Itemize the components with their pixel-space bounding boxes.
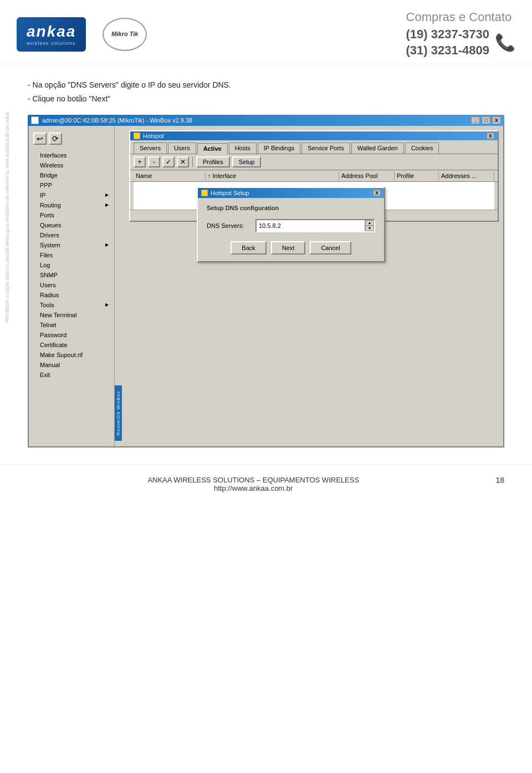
winbox-controls[interactable]: _ □ X: [471, 116, 501, 124]
profiles-button[interactable]: Profiles: [196, 156, 230, 167]
maximize-button[interactable]: □: [482, 116, 490, 124]
sidebar-item-users[interactable]: Users: [29, 280, 114, 290]
sidebar-item-routing[interactable]: Routing ▶: [29, 200, 114, 210]
col-name: Name: [134, 171, 206, 180]
hotspot-close-button[interactable]: X: [487, 133, 494, 139]
sidebar-item-snmp[interactable]: SNMP: [29, 270, 114, 280]
tab-servers[interactable]: Servers: [134, 143, 167, 154]
sidebar-item-ppp[interactable]: PPP: [29, 180, 114, 190]
winbox-icon: [31, 116, 39, 124]
routing-arrow-icon: ▶: [105, 202, 109, 207]
tools-arrow-icon: ▶: [105, 302, 109, 307]
sidebar-item-ip[interactable]: IP ▶: [29, 190, 114, 200]
dns-servers-field: DNS Servers: ▲ ▼: [207, 219, 375, 232]
winbox-titlebar: admin@00:0C:42:0B:58:25 (MikroTik) - Win…: [28, 115, 504, 126]
forward-button[interactable]: ⟳: [49, 133, 62, 145]
hotspot-setup-dialog: Hotspot Setup X Setup DNS configuration …: [197, 187, 385, 262]
sidebar-item-queues[interactable]: Queues: [29, 220, 114, 230]
sidebar-item-bridge[interactable]: Bridge: [29, 170, 114, 180]
dialog-close-button[interactable]: X: [373, 190, 381, 196]
sidebar-item-log[interactable]: Log: [29, 260, 114, 270]
tab-service-ports[interactable]: Service Ports: [301, 143, 350, 154]
col-address-pool: Address Pool: [339, 171, 395, 180]
dns-servers-input[interactable]: [257, 221, 365, 230]
sidebar-toolbar: ↩ ⟳: [29, 130, 114, 147]
page-header: ankaa wireless solutions Mikro Tik Compr…: [0, 0, 532, 64]
dialog-icon: [201, 190, 208, 196]
tab-active[interactable]: Active: [197, 143, 228, 154]
winbox-container: admin@00:0C:42:0B:58:25 (MikroTik) - Win…: [28, 115, 504, 447]
dialog-titlebar: Hotspot Setup X: [198, 188, 384, 198]
mikrotik-logo: Mikro Tik: [103, 18, 147, 51]
sidebar-wrapper: ↩ ⟳ Interfaces Wireless Bridge PPP IP: [29, 126, 125, 446]
add-button[interactable]: +: [134, 156, 146, 167]
col-profile: Profile: [395, 171, 439, 180]
page-footer: 18 ANKAA WIRELESS SOLUTIONS – EQUIPAMENT…: [0, 464, 532, 504]
sidebar-item-telnet[interactable]: Telnet: [29, 320, 114, 330]
dns-spinner: ▲ ▼: [365, 220, 374, 231]
sidebar-item-files[interactable]: Files: [29, 250, 114, 260]
setup-button[interactable]: Setup: [232, 156, 262, 167]
ip-arrow-icon: ▶: [105, 192, 109, 197]
spinner-up-button[interactable]: ▲: [365, 220, 374, 226]
hotspot-toolbar: + - ✓ ✕ Profiles Se: [130, 154, 498, 170]
hotspot-icon: [134, 133, 140, 139]
dialog-buttons: Back Next Cancel: [207, 241, 375, 255]
dialog-body: Setup DNS configuration DNS Servers: ▲ ▼: [198, 198, 384, 261]
contact-area: Compras e Contato (19) 3237-3730 (31) 32…: [406, 10, 515, 58]
watermark-text: PROIBIDA a cópia total ou parcial deste …: [4, 111, 11, 323]
tab-ip-bindings[interactable]: IP Bindings: [258, 143, 300, 154]
close-button[interactable]: X: [492, 116, 501, 124]
cancel-button[interactable]: Cancel: [310, 241, 351, 255]
sidebar-item-radius[interactable]: Radius: [29, 290, 114, 300]
hotspot-titlebar: Hotspot X: [130, 131, 498, 140]
table-header: Name ↑ Interface Address Pool Profile Ad…: [130, 170, 498, 182]
back-button[interactable]: ↩: [33, 133, 47, 145]
ankaa-logo-box: ankaa wireless solutions: [17, 17, 86, 52]
instructions-block: - Na opção "DNS Servers" digite o IP do …: [0, 64, 532, 114]
sidebar-item-exit[interactable]: Exit: [29, 370, 114, 380]
tab-users[interactable]: Users: [168, 143, 196, 154]
minimize-button[interactable]: _: [471, 116, 480, 124]
col-interface: ↑ Interface: [206, 171, 339, 180]
back-button[interactable]: Back: [231, 241, 266, 255]
sidebar-item-ports[interactable]: Ports: [29, 210, 114, 220]
sidebar: ↩ ⟳ Interfaces Wireless Bridge PPP IP: [29, 126, 115, 446]
sidebar-item-tools[interactable]: Tools ▶: [29, 300, 114, 310]
system-arrow-icon: ▶: [105, 242, 109, 247]
hotspot-tabs: Servers Users Active Hosts IP Bindings: [130, 140, 498, 154]
spinner-down-button[interactable]: ▼: [365, 226, 374, 231]
cross-button[interactable]: ✕: [177, 156, 189, 167]
sidebar-item-new-terminal[interactable]: New Terminal: [29, 310, 114, 320]
tab-cookies[interactable]: Cookies: [405, 143, 439, 154]
sidebar-item-certificate[interactable]: Certificate: [29, 340, 114, 350]
sidebar-item-system[interactable]: System ▶: [29, 240, 114, 250]
check-button[interactable]: ✓: [162, 156, 175, 167]
sidebar-item-interfaces[interactable]: Interfaces: [29, 150, 114, 160]
next-button[interactable]: Next: [271, 241, 306, 255]
routeros-label: RouterOS WinBox: [115, 385, 122, 441]
sidebar-item-manual[interactable]: Manual: [29, 360, 114, 370]
tab-hosts[interactable]: Hosts: [229, 143, 257, 154]
remove-button[interactable]: -: [148, 156, 160, 167]
winbox-body: ↩ ⟳ Interfaces Wireless Bridge PPP IP: [28, 126, 504, 447]
tab-walled-garden[interactable]: Walled Garden: [351, 143, 404, 154]
toolbar-separator: [192, 157, 193, 167]
sidebar-item-make-supout[interactable]: Make Supout.rif: [29, 350, 114, 360]
sidebar-item-drivers[interactable]: Drivers: [29, 230, 114, 240]
dns-input-wrap: ▲ ▼: [255, 219, 375, 232]
phone-icon: 📞: [495, 33, 515, 52]
main-content: Hotspot X Servers Users Active: [125, 126, 503, 446]
ankaa-logo: ankaa wireless solutions: [17, 17, 86, 52]
sidebar-item-wireless[interactable]: Wireless: [29, 160, 114, 170]
sidebar-item-password[interactable]: Password: [29, 330, 114, 340]
col-addresses: Addresses ...: [439, 171, 494, 180]
